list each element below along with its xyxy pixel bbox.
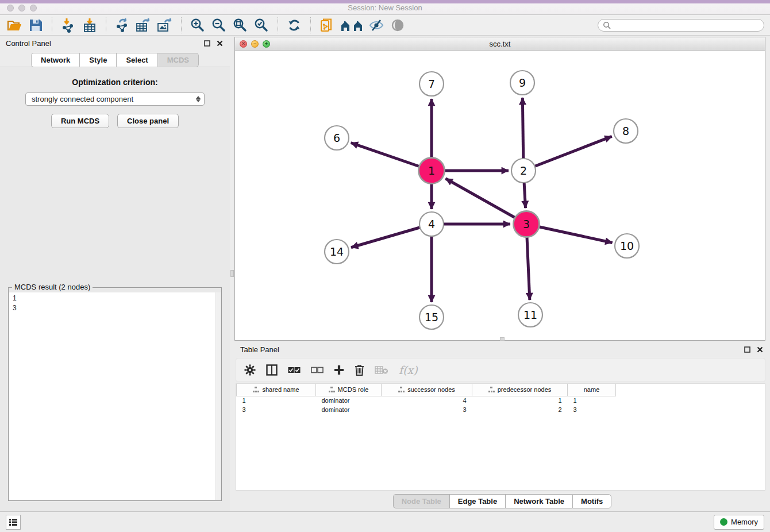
clone-network-icon[interactable] (318, 17, 336, 33)
result-scrollbar[interactable] (215, 292, 221, 500)
delete-column-icon[interactable] (355, 364, 364, 376)
table-settings-gear-icon[interactable] (244, 364, 256, 376)
optimization-criterion-value: strongly connected component (32, 95, 196, 103)
graph-edge-2-8[interactable] (523, 136, 612, 171)
network-close-icon[interactable]: ✕ (240, 40, 247, 48)
float-table-panel-icon[interactable] (742, 345, 752, 354)
mcds-result-list: 1 3 (9, 292, 215, 500)
zoom-fit-icon[interactable] (232, 17, 249, 33)
network-canvas[interactable]: 7968124314101511 (235, 51, 765, 340)
graph-node-11[interactable]: 11 (518, 303, 542, 327)
graph-node-2[interactable]: 2 (511, 159, 536, 183)
delete-table-icon (375, 365, 388, 375)
import-network-icon[interactable] (60, 17, 77, 33)
graph-node-label: 11 (523, 309, 537, 321)
home-icon[interactable] (340, 17, 364, 33)
column-header-shared-name[interactable]: shared name (237, 384, 316, 396)
tab-edge-table[interactable]: Edge Table (449, 494, 505, 508)
window-titlebar: Session: New Session (0, 0, 770, 15)
graph-node-6[interactable]: 6 (325, 126, 349, 150)
select-all-icon[interactable] (288, 367, 301, 373)
graph-node-label: 1 (428, 164, 435, 177)
search-input[interactable] (613, 21, 759, 29)
table-row[interactable]: 3 dominator 3 2 3 (237, 405, 616, 414)
export-network-icon[interactable] (114, 17, 131, 33)
graph-node-3[interactable]: 3 (514, 211, 540, 237)
column-header-mcds-role[interactable]: MCDS role (316, 384, 382, 396)
tab-style[interactable]: Style (79, 53, 116, 67)
network-resize-handle[interactable] (500, 337, 505, 341)
birds-eye-view-icon[interactable] (389, 17, 406, 33)
application-window: Session: New Session (0, 0, 770, 532)
close-table-panel-icon[interactable] (755, 345, 764, 354)
graph-node-14[interactable]: 14 (325, 240, 349, 264)
graph-node-label: 2 (520, 164, 527, 177)
tab-select[interactable]: Select (116, 53, 157, 67)
optimization-criterion-select[interactable]: strongly connected component (25, 92, 205, 106)
graph-node-4[interactable]: 4 (419, 212, 444, 236)
graph-node-7[interactable]: 7 (419, 72, 444, 96)
mcds-result-line: 1 (13, 294, 212, 303)
minimize-window-icon[interactable] (18, 5, 25, 11)
graph-node-9[interactable]: 9 (510, 71, 534, 95)
network-window-titlebar[interactable]: ✕ − + scc.txt (235, 37, 765, 51)
add-column-icon[interactable] (334, 365, 344, 375)
open-session-icon[interactable] (6, 17, 23, 33)
graph-node-10[interactable]: 10 (615, 234, 639, 258)
tab-node-table[interactable]: Node Table (393, 494, 449, 508)
tab-network[interactable]: Network (31, 53, 79, 67)
memory-button[interactable]: Memory (714, 515, 764, 530)
hide-panels-icon[interactable] (368, 17, 385, 33)
tab-motifs[interactable]: Motifs (572, 494, 611, 508)
column-header-successor-nodes[interactable]: successor nodes (382, 384, 472, 396)
graph-node-label: 10 (620, 240, 634, 252)
maximize-window-icon[interactable] (30, 5, 37, 11)
network-minimize-icon[interactable]: − (251, 40, 259, 48)
run-mcds-button[interactable]: Run MCDS (51, 114, 109, 128)
graph-node-label: 3 (523, 218, 530, 230)
zoom-in-icon[interactable] (189, 17, 206, 33)
task-history-button[interactable] (6, 515, 21, 530)
export-image-icon[interactable] (156, 17, 174, 33)
tab-network-table[interactable]: Network Table (505, 494, 572, 508)
search-field[interactable] (598, 19, 764, 32)
table-toolbar: f(x) (236, 358, 765, 382)
export-table-icon[interactable] (135, 17, 152, 33)
graph-node-8[interactable]: 8 (614, 119, 638, 143)
splitter-grip[interactable] (230, 270, 234, 277)
graph-node-label: 7 (428, 78, 435, 90)
close-panel-button[interactable]: Close panel (117, 114, 179, 128)
node-table: shared name MCDS role successor nodes pr… (236, 383, 765, 491)
toolbar-separator (52, 17, 52, 33)
panel-splitter[interactable] (230, 36, 234, 511)
network-maximize-icon[interactable]: + (263, 40, 270, 48)
table-tabs: Node Table Edge Table Network Table Moti… (234, 491, 770, 511)
tab-mcds[interactable]: MCDS (157, 53, 199, 67)
show-columns-icon[interactable] (266, 364, 278, 376)
close-panel-icon[interactable] (215, 38, 224, 48)
mcds-result-line: 3 (13, 303, 212, 313)
column-header-predecessor-nodes[interactable]: predecessor nodes (472, 384, 568, 396)
zoom-selected-icon[interactable] (253, 17, 270, 33)
graph-node-15[interactable]: 15 (419, 305, 444, 329)
table-row[interactable]: 1 dominator 4 1 1 (237, 396, 616, 405)
search-icon (603, 21, 611, 29)
optimization-criterion-label: Optimization criterion: (7, 78, 223, 87)
float-panel-icon[interactable] (202, 38, 211, 48)
graph-edge-3-1[interactable] (445, 179, 526, 224)
attribute-icon (329, 387, 335, 392)
graph-node-label: 8 (622, 125, 629, 137)
network-window-title: scc.txt (235, 40, 765, 48)
column-header-name[interactable]: name (568, 384, 616, 396)
graph-node-1[interactable]: 1 (419, 158, 445, 184)
deselect-all-icon[interactable] (311, 367, 324, 373)
graph-node-label: 14 (330, 245, 344, 258)
status-bar: Memory (0, 511, 770, 532)
save-session-icon[interactable] (27, 17, 44, 33)
table-panel-title: Table Panel (240, 345, 739, 354)
control-panel-title: Control Panel (6, 39, 199, 48)
apply-layout-icon[interactable] (286, 17, 303, 33)
import-table-icon[interactable] (81, 17, 98, 33)
zoom-out-icon[interactable] (210, 17, 228, 33)
close-window-icon[interactable] (7, 5, 14, 11)
